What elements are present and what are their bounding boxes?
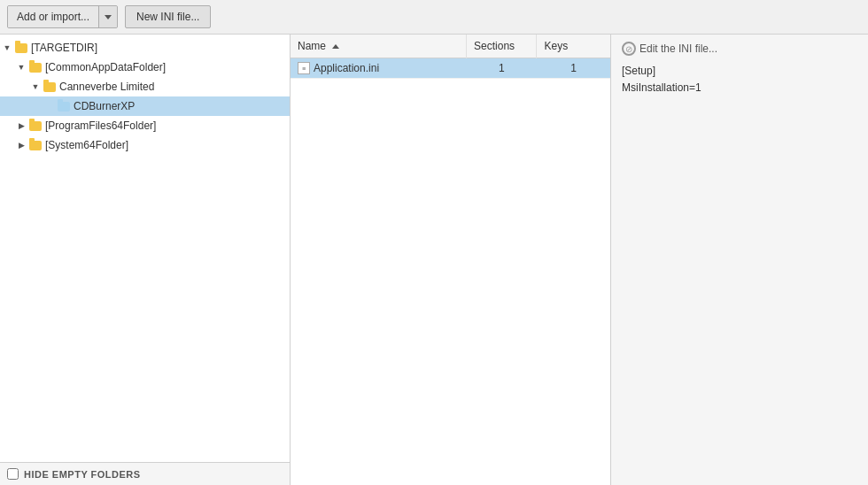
folder-icon-canneverbe [43, 80, 57, 94]
tree-label-canneverbe: Canneverbe Limited [59, 81, 286, 93]
folder-icon-commonappdata [28, 60, 43, 74]
ini-file-icon: ≡ [298, 62, 310, 74]
tree-toggle-commonappdata[interactable]: ▼ [14, 60, 28, 74]
edit-ini-header: ⊘ Edit the INI file... [622, 42, 857, 56]
main-content: ▼ [TARGETDIR] ▼ [CommonAppDataFolder] ▼ [0, 35, 868, 485]
sort-arrow-name [332, 44, 339, 49]
chevron-down-icon [105, 15, 112, 19]
tree-label-commonappdata: [CommonAppDataFolder] [45, 61, 286, 73]
middle-panel: Name Sections Keys ≡ App [291, 35, 611, 485]
file-name-cell: ≡ Application.ini [291, 58, 467, 79]
ini-content: [Setup] MsiInstallation=1 [622, 63, 857, 96]
tree-item-cdburnerxp[interactable]: ▶ CDBurnerXP [0, 96, 290, 116]
tree-item-system64[interactable]: ▶ [System64Folder] [0, 135, 290, 155]
folder-icon-targetdir [14, 41, 28, 55]
file-icon-group: ≡ Application.ini [298, 62, 460, 74]
tree-toggle-programfiles[interactable]: ▶ [14, 119, 28, 133]
hide-empty-checkbox[interactable] [7, 468, 19, 480]
tree-toggle-cdburnerxp[interactable]: ▶ [43, 99, 57, 113]
col-header-sections[interactable]: Sections [467, 35, 537, 58]
tree-toggle-targetdir[interactable]: ▼ [0, 41, 14, 55]
file-sections-cell: 1 [467, 58, 537, 79]
add-import-button[interactable]: Add or import... [7, 5, 118, 28]
tree-label-programfiles: [ProgramFiles64Folder] [45, 119, 286, 132]
tree-label-cdburnerxp: CDBurnerXP [74, 100, 286, 112]
col-header-keys[interactable]: Keys [537, 35, 610, 58]
folder-icon-programfiles [28, 119, 43, 133]
tree-footer: HIDE EMPTY FOLDERS [0, 462, 290, 485]
folder-icon-system64 [28, 138, 43, 152]
col-header-name[interactable]: Name [291, 35, 467, 58]
tree-item-canneverbe[interactable]: ▼ Canneverbe Limited [0, 77, 290, 96]
tree-toggle-canneverbe[interactable]: ▼ [28, 80, 43, 94]
table-header-row: Name Sections Keys [291, 35, 610, 58]
tree-item-commonappdata[interactable]: ▼ [CommonAppDataFolder] [0, 58, 290, 77]
folder-tree: ▼ [TARGETDIR] ▼ [CommonAppDataFolder] ▼ [0, 35, 290, 462]
ini-value-line: MsiInstallation=1 [622, 80, 857, 96]
col-keys-label: Keys [544, 40, 568, 52]
file-table: Name Sections Keys ≡ App [291, 35, 610, 79]
new-ini-label: New INI file... [136, 11, 199, 23]
tree-toggle-system64[interactable]: ▶ [14, 138, 28, 152]
tree-item-targetdir[interactable]: ▼ [TARGETDIR] [0, 38, 290, 58]
tree-label-targetdir: [TARGETDIR] [31, 42, 286, 54]
left-panel: ▼ [TARGETDIR] ▼ [CommonAppDataFolder] ▼ [0, 35, 291, 485]
add-import-dropdown[interactable] [99, 6, 117, 27]
file-keys-cell: 1 [537, 58, 610, 79]
new-ini-button[interactable]: New INI file... [125, 5, 211, 28]
add-import-label[interactable]: Add or import... [8, 6, 99, 27]
col-sections-label: Sections [474, 40, 515, 52]
tree-item-programfiles[interactable]: ▶ [ProgramFiles64Folder] [0, 116, 290, 135]
folder-icon-cdburnerxp [57, 99, 71, 113]
col-name-label: Name [298, 40, 326, 52]
tree-label-system64: [System64Folder] [45, 139, 286, 151]
blocked-icon: ⊘ [622, 42, 636, 56]
toolbar: Add or import... New INI file... [0, 0, 868, 35]
hide-empty-label[interactable]: HIDE EMPTY FOLDERS [24, 469, 141, 480]
file-name-label: Application.ini [314, 62, 379, 74]
edit-ini-link[interactable]: Edit the INI file... [639, 42, 717, 55]
right-panel: ⊘ Edit the INI file... [Setup] MsiInstal… [611, 35, 868, 485]
table-row[interactable]: ≡ Application.ini 1 1 [291, 58, 610, 79]
ini-section-line: [Setup] [622, 63, 857, 80]
